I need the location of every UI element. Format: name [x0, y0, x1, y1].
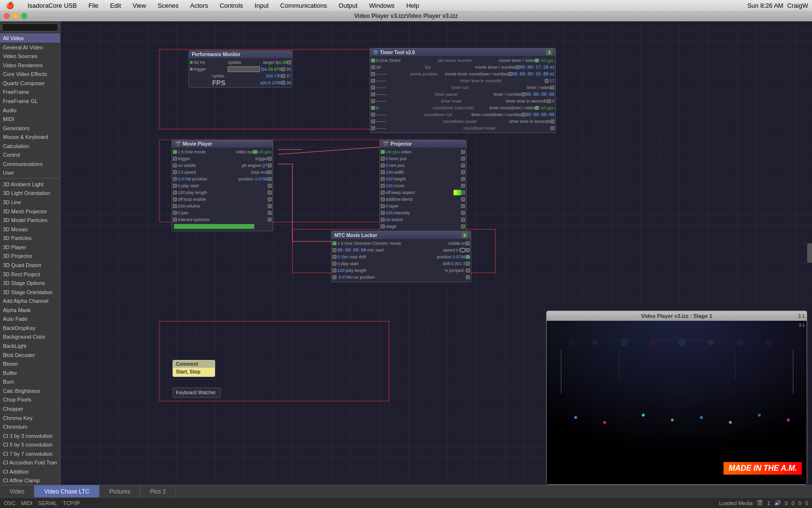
view-menu[interactable]: View — [130, 2, 148, 9]
sidebar-item-general-ai[interactable]: General AI Video — [0, 43, 60, 52]
stage-lights-svg — [547, 321, 807, 484]
sidebar-item-video-sources[interactable]: Video Sources — [0, 51, 60, 60]
timer-tool-icon: ⏱ — [373, 50, 378, 55]
minimize-button[interactable] — [13, 13, 18, 19]
close-button[interactable] — [4, 13, 10, 19]
sidebar: All Video General AI Video Video Sources… — [0, 21, 60, 485]
sidebar-item-alpha-mask[interactable]: Alpha Mask — [0, 305, 60, 314]
sidebar-item-ci-accordion[interactable]: CI Accordion Fold Tran — [0, 458, 60, 467]
sidebar-item-3d-stage-opts[interactable]: 3D Stage Options — [0, 278, 60, 287]
sidebar-item-midi[interactable]: MIDI — [0, 114, 60, 123]
sidebar-item-3d-model[interactable]: 3D Model Particles — [0, 215, 60, 224]
sidebar-item-3d-line[interactable]: 3D Line — [0, 197, 60, 207]
osc-status[interactable]: OSC — [4, 500, 15, 506]
sidebar-item-chop-pixels[interactable]: Chop Pixels — [0, 395, 60, 404]
performance-monitor-node[interactable]: Performance Monitor 50 Hz update target … — [188, 50, 292, 88]
video-stage: MADE IN THE A.M. 3.1 — [547, 321, 807, 484]
sidebar-item-burn[interactable]: Burn — [0, 377, 60, 386]
sidebar-item-quartz[interactable]: Quartz Composer — [0, 78, 60, 88]
svg-point-17 — [574, 416, 577, 419]
sidebar-item-auto-fade[interactable]: Auto Fade — [0, 314, 60, 323]
tcp-status[interactable]: TCP/IP — [63, 500, 80, 506]
sidebar-item-calc-brightness[interactable]: Calc Brightness — [0, 386, 60, 395]
svg-point-19 — [642, 414, 645, 417]
tab-pictures[interactable]: Pictures — [100, 485, 140, 497]
sidebar-item-blob-decoder[interactable]: Blob Decoder — [0, 350, 60, 359]
video-player-window[interactable]: Video Player v3.izz : Stage 1 3.1 — [546, 311, 807, 485]
mtc-movie-locker-node[interactable]: MTC Movie Locker 1 1 5:One Direction Con… — [331, 231, 471, 282]
sidebar-item-3d-stage-orient[interactable]: 3D Stage Orientation — [0, 287, 60, 297]
maximize-button[interactable] — [21, 13, 27, 19]
windows-menu[interactable]: Windows — [367, 2, 397, 9]
sidebar-item-freeframe[interactable]: FreeFrame — [0, 87, 60, 96]
controls-menu[interactable]: Controls — [218, 2, 245, 9]
scenes-menu[interactable]: Scenes — [156, 2, 180, 9]
sidebar-item-core-video[interactable]: Core Video Effects — [0, 69, 60, 78]
movie-player-node[interactable]: 🎬 Movie Player 1 5:One movie video out v… — [172, 140, 273, 231]
apple-menu[interactable]: 🍎 — [4, 1, 16, 9]
sidebar-item-chroma-key[interactable]: Chroma Key — [0, 413, 60, 422]
sidebar-search-input[interactable] — [2, 23, 58, 31]
status-val2: 0 — [798, 500, 801, 506]
media-icon: 🎬 — [756, 500, 763, 506]
media-count: 1 — [767, 500, 770, 506]
sidebar-item-3d-quad[interactable]: 3D Quad Distort — [0, 260, 60, 269]
help-menu[interactable]: Help — [404, 2, 421, 9]
color-box[interactable] — [453, 190, 461, 195]
sidebar-item-buffer[interactable]: Buffer — [0, 368, 60, 377]
sidebar-item-control[interactable]: Control — [0, 150, 60, 159]
comment-node[interactable]: Comment Start, Stop — [173, 360, 215, 377]
sidebar-item-3d-player[interactable]: 3D Player — [0, 242, 60, 252]
sidebar-item-generators[interactable]: Generators — [0, 123, 60, 133]
communications-menu[interactable]: Communications — [278, 2, 329, 9]
sidebar-item-3d-light[interactable]: 3D Light Orientation — [0, 188, 60, 197]
status-bar: OSC MIDI SERIAL TCP/IP Loaded Media 🎬 1 … — [0, 497, 812, 508]
performance-monitor-header: Performance Monitor — [189, 51, 292, 58]
sidebar-item-ci-addition[interactable]: CI Addition — [0, 467, 60, 476]
input-menu[interactable]: Input — [253, 2, 271, 9]
sidebar-item-3d-rect[interactable]: 3D Rect Project — [0, 269, 60, 279]
edit-menu[interactable]: Edit — [108, 2, 123, 9]
sidebar-item-ci-affine[interactable]: CI Affine Clamp — [0, 476, 60, 485]
sidebar-item-chromium[interactable]: Chromium — [0, 422, 60, 431]
sidebar-item-3d-projector[interactable]: 3D Projector — [0, 251, 60, 260]
sidebar-item-ci-3x3[interactable]: CI 3 by 3 convolution — [0, 431, 60, 440]
sidebar-item-bloom[interactable]: Bloom — [0, 359, 60, 368]
projector-node[interactable]: 🎬 Projector vid-gpu video 0 horiz pos — [379, 140, 466, 238]
dial-icon[interactable] — [459, 248, 466, 253]
comment-header: Comment — [173, 360, 215, 368]
actors-menu[interactable]: Actors — [188, 2, 210, 9]
sidebar-item-3d-ambient[interactable]: 3D Ambient Light — [0, 179, 60, 189]
sidebar-item-freeframe-gl[interactable]: FreeFrame GL — [0, 96, 60, 105]
tab-pics-2[interactable]: Pics 2 — [140, 485, 176, 497]
app-menu[interactable]: IsadoraCore USB — [26, 2, 79, 9]
sidebar-item-calculation[interactable]: Calculation — [0, 141, 60, 150]
sidebar-item-ci-7x7[interactable]: CI 7 by 7 convolution — [0, 449, 60, 458]
file-menu[interactable]: File — [87, 2, 101, 9]
sidebar-item-3d-mesh[interactable]: 3D Mesh Projector — [0, 207, 60, 216]
tab-video-chase-ltc[interactable]: Video Chase LTC — [34, 485, 100, 497]
sidebar-item-user[interactable]: User — [0, 168, 60, 177]
right-scroll-handle[interactable] — [807, 243, 812, 263]
sidebar-item-backdropkey[interactable]: BackDropKey — [0, 323, 60, 332]
sidebar-item-3d-mosaic[interactable]: 3D Mosaic — [0, 224, 60, 234]
keyboard-watcher-node[interactable]: Keyboard Watcher — [173, 388, 221, 398]
midi-status[interactable]: MIDI — [21, 500, 32, 506]
serial-status[interactable]: SERIAL — [38, 500, 57, 506]
sidebar-item-all-video[interactable]: All Video — [0, 33, 60, 43]
timer-tool-node[interactable]: ⏱ Timer Tool v2.0 1 5:One Direct set mov… — [370, 48, 556, 133]
sidebar-item-backlight[interactable]: BackLight — [0, 341, 60, 350]
sidebar-item-background-color[interactable]: Background Color — [0, 332, 60, 341]
sidebar-item-communications[interactable]: Communications — [0, 159, 60, 168]
sidebar-item-audio[interactable]: Audio — [0, 105, 60, 115]
sidebar-item-video-renderers[interactable]: Video Renderers — [0, 60, 60, 70]
sidebar-item-add-alpha[interactable]: Add Alpha Channel — [0, 296, 60, 305]
svg-point-21 — [700, 416, 703, 419]
output-menu[interactable]: Output — [337, 2, 360, 9]
sidebar-item-chopper[interactable]: Chopper — [0, 404, 60, 413]
svg-rect-16 — [547, 321, 807, 484]
sidebar-item-ci-5x5[interactable]: CI 5 by 5 convolution — [0, 440, 60, 449]
sidebar-item-3d-particles[interactable]: 3D Particles — [0, 233, 60, 242]
sidebar-item-mouse-keyboard[interactable]: Mouse & Keyboard — [0, 132, 60, 141]
tab-video[interactable]: Video — [0, 485, 34, 497]
